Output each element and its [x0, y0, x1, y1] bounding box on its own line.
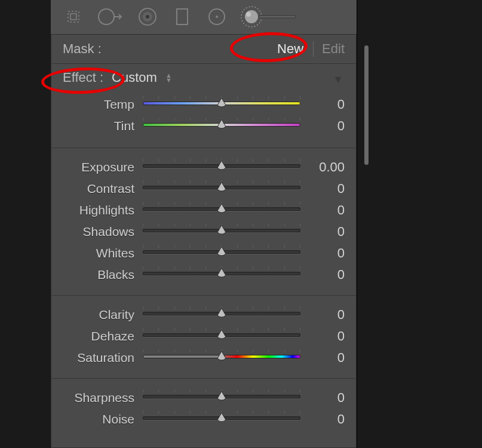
svg-rect-1 [70, 14, 76, 20]
whites-value[interactable]: 0 [309, 246, 345, 261]
highlights-slider[interactable] [143, 205, 300, 216]
blacks-slider[interactable] [143, 269, 300, 280]
disclosure-triangle-icon[interactable]: ▼ [333, 73, 343, 86]
blacks-value[interactable]: 0 [309, 267, 345, 283]
contrast-thumb[interactable] [216, 182, 227, 192]
exposure-row: Exposure 0.00 [63, 157, 345, 178]
contrast-row: Contrast 0 [63, 178, 345, 200]
presence-group: Clarity 0 Dehaze 0 Saturation 0 [51, 296, 357, 379]
highlights-row: Highlights 0 [63, 200, 345, 221]
blacks-row: Blacks 0 [63, 264, 345, 286]
exposure-slider[interactable] [143, 162, 300, 173]
redeye-tool-icon[interactable] [136, 5, 159, 29]
saturation-slider[interactable] [143, 352, 300, 363]
tint-value[interactable]: 0 [309, 118, 345, 134]
panel-scroll-region[interactable] [357, 0, 374, 448]
dehaze-label: Dehaze [63, 329, 134, 343]
clarity-slider[interactable] [143, 309, 300, 320]
adjustment-brush-tool-icon[interactable] [240, 5, 299, 29]
contrast-value[interactable]: 0 [309, 181, 345, 197]
contrast-label: Contrast [63, 182, 134, 196]
noise-row: Noise 0 [63, 409, 345, 430]
temp-thumb[interactable] [216, 97, 227, 108]
shadows-value[interactable]: 0 [309, 224, 345, 240]
blacks-label: Blacks [63, 268, 134, 282]
exposure-value[interactable]: 0.00 [309, 159, 345, 175]
tint-thumb[interactable] [216, 119, 227, 130]
temp-label: Temp [63, 97, 134, 112]
blacks-thumb[interactable] [216, 268, 227, 278]
svg-point-5 [146, 15, 149, 19]
spot-removal-tool-icon[interactable] [96, 5, 125, 29]
dropdown-arrows-icon: ▲▼ [165, 73, 171, 82]
tint-slider[interactable] [143, 121, 300, 131]
crop-tool-icon[interactable] [62, 5, 85, 29]
tone-group: Exposure 0.00 Contrast 0 Highlights 0 Sh… [51, 148, 357, 296]
contrast-slider[interactable] [143, 183, 300, 194]
detail-group: Sharpness 0 Noise 0 [51, 379, 357, 448]
whites-label: Whites [63, 246, 134, 260]
shadows-slider[interactable] [143, 226, 300, 237]
svg-point-8 [216, 16, 218, 18]
mask-new-button[interactable]: New [268, 41, 313, 57]
highlights-label: Highlights [63, 203, 134, 217]
dehaze-row: Dehaze 0 [63, 326, 345, 347]
effect-label: Effect : [63, 70, 103, 85]
develop-panel: Mask : New Edit Effect : Custom ▲▼ ▼ Tem… [51, 0, 357, 448]
dehaze-slider[interactable] [143, 331, 300, 342]
exposure-thumb[interactable] [216, 160, 227, 171]
graduated-filter-tool-icon[interactable] [170, 5, 194, 29]
tint-label: Tint [63, 119, 134, 133]
noise-label: Noise [63, 412, 134, 426]
tint-row: Tint 0 [63, 115, 345, 137]
effect-preset-dropdown[interactable]: Custom [112, 70, 157, 85]
mask-row: Mask : New Edit [51, 35, 357, 64]
whites-row: Whites 0 [63, 243, 345, 264]
dehaze-value[interactable]: 0 [309, 329, 345, 344]
svg-point-2 [99, 9, 114, 24]
tool-strip [51, 0, 357, 35]
sharpness-slider[interactable] [143, 392, 300, 403]
effect-block: Effect : Custom ▲▼ ▼ Temp 0 Tint [51, 64, 357, 148]
shadows-row: Shadows 0 [63, 221, 345, 243]
sharpness-label: Sharpness [63, 391, 134, 405]
shadows-thumb[interactable] [216, 225, 227, 235]
mask-label: Mask : [63, 41, 268, 57]
svg-rect-12 [259, 16, 296, 18]
mask-edit-button[interactable]: Edit [314, 41, 345, 57]
noise-value[interactable]: 0 [309, 412, 345, 427]
svg-rect-0 [68, 11, 79, 22]
whites-thumb[interactable] [216, 246, 227, 257]
svg-point-11 [246, 12, 251, 17]
noise-slider[interactable] [143, 414, 300, 425]
saturation-row: Saturation 0 [63, 347, 345, 369]
highlights-thumb[interactable] [216, 203, 227, 214]
clarity-thumb[interactable] [216, 308, 227, 318]
svg-rect-6 [177, 9, 188, 24]
saturation-thumb[interactable] [216, 351, 227, 361]
saturation-label: Saturation [63, 351, 134, 365]
clarity-label: Clarity [63, 308, 134, 322]
radial-filter-tool-icon[interactable] [205, 5, 229, 29]
sharpness-row: Sharpness 0 [63, 387, 345, 409]
temp-row: Temp 0 [63, 94, 345, 115]
svg-point-10 [245, 10, 258, 23]
saturation-value[interactable]: 0 [309, 350, 345, 366]
highlights-value[interactable]: 0 [309, 202, 345, 218]
temp-value[interactable]: 0 [309, 97, 345, 112]
clarity-row: Clarity 0 [63, 304, 345, 326]
dehaze-thumb[interactable] [216, 329, 227, 340]
shadows-label: Shadows [63, 225, 134, 239]
whites-slider[interactable] [143, 248, 300, 259]
temp-slider[interactable] [143, 99, 300, 110]
noise-thumb[interactable] [216, 412, 227, 423]
scrollbar-thumb[interactable] [364, 45, 369, 165]
sharpness-value[interactable]: 0 [309, 390, 345, 406]
clarity-value[interactable]: 0 [309, 307, 345, 323]
sharpness-thumb[interactable] [216, 391, 227, 401]
exposure-label: Exposure [63, 160, 134, 174]
